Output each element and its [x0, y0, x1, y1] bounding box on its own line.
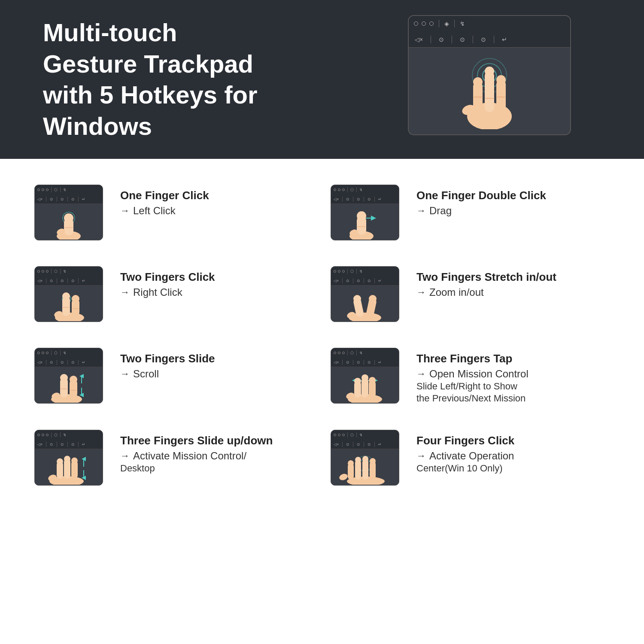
gesture-card-three-tap: ⬡ ↯ ◁× ⊙ ⊙ ⊙ ↵: [331, 348, 399, 404]
gc-dot-14: [42, 352, 44, 354]
gc-top-2: ⬡ ↯: [331, 185, 399, 194]
gesture-item-two-fingers-click: ⬡ ↯ ◁× ⊙ ⊙ ⊙ ↵: [34, 266, 313, 322]
gesture-item-three-slide: ⬡ ↯ ◁× ⊙ ⊙ ⊙ ↵: [34, 430, 313, 486]
gesture-text-6: Three Fingers Tap → Open Mission Control…: [416, 348, 529, 404]
gc-icon-1: ⬡: [54, 188, 58, 192]
gc-sep-28: [57, 360, 57, 365]
gc-mute-6: ◁×: [334, 360, 339, 365]
svg-point-80: [355, 457, 361, 463]
gc-dot-12: [342, 270, 345, 273]
gc-surface-1: [35, 204, 103, 240]
gc-sep-47: [364, 442, 364, 447]
gesture-text-4: Two Fingers Stretch in/out → Zoom in/out: [416, 266, 556, 298]
gc-mute-3: ◁×: [37, 279, 43, 283]
header-trackpad-iconrow: ◁× ⊙ ⊙ ⊙ ↵: [409, 31, 570, 48]
gesture-action-1: Left Click: [133, 205, 176, 217]
gc-icon-7: ⬡: [350, 269, 354, 273]
gc-sep-15: [46, 278, 46, 283]
gc-sep-16: [57, 278, 57, 283]
gesture-desc-extra-6b: the Previous/Next Mission: [416, 393, 529, 404]
gc-dot-20: [42, 434, 44, 436]
gc-sep-4: [57, 197, 57, 202]
gc-enter-8: ↵: [378, 442, 382, 447]
gesture-item-one-finger-double: ⬡ ↯ ◁× ⊙ ⊙ ⊙ ↵: [331, 185, 610, 240]
gc-dot-21: [46, 434, 49, 436]
gesture-name-8: Four Fingers Click: [416, 434, 514, 447]
gc-dot-13: [37, 352, 40, 354]
gc-top-7: ⬡ ↯: [35, 430, 103, 440]
gc-enter-2: ↵: [378, 197, 382, 201]
gc-top-1: ⬡ ↯: [35, 185, 103, 194]
gc-m23: ⊙: [357, 442, 360, 447]
gc-m16: ⊙: [346, 360, 349, 365]
arrow-2: →: [416, 205, 426, 216]
arrow-3: →: [120, 287, 130, 298]
gc-icon-5: ⬡: [54, 269, 58, 273]
gc-iconrow-3: ◁× ⊙ ⊙ ⊙ ↵: [35, 276, 103, 286]
header-banner: Multi-touch Gesture Trackpad with 5 Hotk…: [0, 0, 644, 159]
gc-surface-3: [35, 286, 103, 322]
gesture-card-two-slide: ⬡ ↯ ◁× ⊙ ⊙ ⊙ ↵: [34, 348, 103, 404]
hr-sep-2: [452, 36, 452, 43]
gc-icon-6: ↯: [63, 269, 67, 273]
gc-mute-5: ◁×: [37, 360, 43, 365]
gc-top-3: ⬡ ↯: [35, 267, 103, 276]
gesture-text-2: One Finger Double Click → Drag: [416, 185, 546, 217]
svg-point-48: [60, 374, 68, 382]
gc-dot-15: [46, 352, 49, 354]
gc-m17: ⊙: [357, 360, 360, 365]
gc-sep-42: [78, 442, 79, 447]
gc-sep-29: [67, 360, 68, 365]
gc-sep-37: [51, 432, 52, 437]
gc-enter-5: ↵: [82, 360, 85, 365]
arrow-5: →: [120, 368, 130, 380]
gc-icon-14: ↯: [63, 433, 67, 437]
gc-icon-4: ↯: [359, 188, 363, 192]
gc-mute-8: ◁×: [334, 442, 339, 447]
tb-dot-2: [422, 21, 426, 26]
gc-surface-4: [331, 286, 399, 322]
svg-point-18: [64, 213, 73, 223]
gc-sep-27: [46, 360, 46, 365]
gesture-item-two-slide: ⬡ ↯ ◁× ⊙ ⊙ ⊙ ↵: [34, 348, 313, 404]
svg-point-50: [70, 376, 77, 383]
gesture-desc-extra-6: Slide Left/Right to Show: [416, 381, 529, 392]
svg-rect-81: [362, 459, 368, 480]
gc-sep-3: [46, 197, 46, 202]
gc-dot-16: [334, 352, 336, 354]
tb-sep-1: [439, 20, 439, 27]
svg-rect-8: [496, 80, 506, 112]
gc-dot-4: [334, 188, 336, 191]
gc-dot-7: [37, 270, 40, 273]
gc-iconrow-7: ◁× ⊙ ⊙ ⊙ ↵: [35, 440, 103, 449]
gc-sep-24: [374, 278, 375, 283]
gesture-name-7: Three Fingers Slide up/down: [120, 434, 273, 447]
gc-dot-11: [338, 270, 340, 273]
gc-m22: ⊙: [346, 442, 349, 447]
gc-enter: ↵: [82, 197, 85, 201]
gc-sep-11: [364, 197, 364, 202]
gc-dot-6: [342, 188, 345, 191]
svg-point-82: [362, 456, 368, 462]
gesture-desc-4: → Zoom in/out: [416, 286, 556, 298]
gc-sep-5: [67, 197, 68, 202]
main-content: ⬡ ↯ ◁× ⊙ ⊙ ⊙ ↵: [0, 159, 644, 511]
svg-point-5: [473, 77, 483, 87]
gc-sep-12: [374, 197, 375, 202]
gc-iconrow-8: ◁× ⊙ ⊙ ⊙ ↵: [331, 440, 399, 449]
tb-icon-2: ↯: [460, 20, 465, 27]
gc-m4: ⊙: [346, 197, 349, 201]
gc-top-5: ⬡ ↯: [35, 348, 103, 358]
gc-sep-48: [374, 442, 375, 447]
gc-m15: ⊙: [71, 360, 75, 365]
gc-dot-8: [42, 270, 44, 273]
header-trackpad-device: ◈ ↯ ◁× ⊙ ⊙ ⊙ ↵: [408, 15, 571, 135]
gc-m5: ⊙: [357, 197, 360, 201]
gesture-text-5: Two Fingers Slide → Scroll: [120, 348, 215, 380]
gc-dot-1: [37, 188, 40, 191]
gc-enter-3: ↵: [82, 279, 85, 283]
gc-surface-7: [35, 449, 103, 486]
gc-icon-3: ⬡: [350, 188, 354, 192]
gc-m14: ⊙: [61, 360, 64, 365]
gesture-item-two-stretch: ⬡ ↯ ◁× ⊙ ⊙ ⊙ ↵: [331, 266, 610, 322]
